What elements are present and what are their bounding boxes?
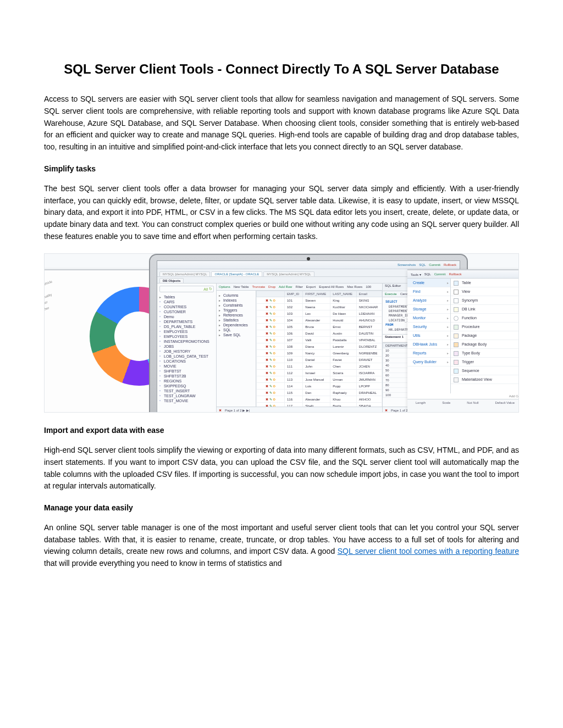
tree-item[interactable]: CARS [159,299,214,304]
tab-mysql-2[interactable]: MYSQL [demoAdmin] MYSQL [263,271,314,276]
meta-sql[interactable]: SQL [219,327,253,332]
table-row[interactable]: ✖ ✎ ⚙107ValliPataballaVPATABAL [257,337,382,343]
add-column-link[interactable]: Add Col [407,393,519,399]
table-row[interactable]: ✖ ✎ ⚙109NancyGreenbergNGREENBE [257,350,382,357]
meta-references[interactable]: References [219,313,253,318]
rollback-button[interactable]: Rollback [449,273,461,276]
table-row[interactable]: ✖ ✎ ⚙105BruceErnstBERNST [257,324,382,330]
tree-item[interactable]: DS_PLAN_TABLE [159,324,214,329]
screenshots-link[interactable]: Screenshots [398,263,416,266]
menu-analyze[interactable]: Analyze [407,296,450,305]
new-table-button[interactable]: New Table [234,285,249,288]
tree-item[interactable]: SKIPPEDSQ [159,384,214,388]
expand-rows-button[interactable]: Expand All Rows [319,285,344,288]
col-empid[interactable]: EMP_ID [285,291,303,297]
menu-query-builder[interactable]: Query Builder [407,358,450,366]
table-row[interactable]: ✖ ✎ ⚙103LexDe HaanLDEHAAN [257,310,382,317]
create-submenu[interactable]: Table View Synonym DB Link Function Proc… [451,279,519,393]
col-email[interactable]: Email [356,291,382,297]
meta-dependencies[interactable]: Dependencies [219,323,253,327]
commit-button[interactable]: Commit [434,273,446,276]
max-rows-value[interactable]: 100 [366,285,371,288]
tree-item[interactable]: Demo [159,314,214,319]
tree-item[interactable]: EMPLOYEES [159,334,214,339]
submenu-function[interactable]: Function [451,314,519,323]
submenu-materialized-view[interactable]: Materialized View [451,375,519,384]
delete-icon[interactable]: ✖ [385,408,388,412]
table-row[interactable]: ✖ ✎ ⚙104AlexanderHunoldAHUNOLD [257,317,382,324]
submenu-procedure[interactable]: Procedure [451,323,519,331]
object-tree[interactable]: All ↻ Tables CARS COUNTRIES CUSTOMER Dem… [157,284,217,413]
submenu-synonym[interactable]: Synonym [451,296,519,305]
submenu-table[interactable]: Table [451,279,519,287]
tools-dropdown[interactable]: Tools ▾ [411,273,421,276]
tree-item[interactable]: LOCATIONS [159,359,214,364]
execute-button[interactable]: Execute [385,292,397,296]
tree-item[interactable]: REGIONS [159,379,214,384]
submenu-package-body[interactable]: Package Body [451,340,519,349]
tree-item[interactable]: LOB_LONG_DATA_TEST [159,354,214,359]
sql-button[interactable]: SQL [424,273,431,276]
submenu-view[interactable]: View [451,287,519,296]
table-row[interactable]: ✖ ✎ ⚙113Jose ManuelUrmanJMURMAN [257,376,382,383]
table-row[interactable]: ✖ ✎ ⚙117ShelliBaidaSBAIDA [257,403,382,407]
tree-tables[interactable]: Tables [159,294,214,299]
truncate-button[interactable]: Truncate [252,285,265,288]
tab-oracle[interactable]: ORACLE [SamplA] - ORACLE [211,271,262,276]
menu-find[interactable]: Find [407,287,450,296]
data-grid[interactable]: EMP_ID FIRST_NAME LAST_NAME Email ✖ ✎ ⚙1… [256,291,382,407]
menu-monitor[interactable]: Monitor [407,314,450,323]
submenu-type-body[interactable]: Type Body [451,349,519,358]
table-row[interactable]: ✖ ✎ ⚙108DianaLorentzDLORENTZ [257,343,382,350]
commit-button[interactable]: Commit [429,263,440,266]
reporting-feature-link[interactable]: SQL server client tool comes with a repo… [338,547,519,555]
add-row-button[interactable]: Add Row [279,285,292,288]
col-first[interactable]: FIRST_NAME [303,291,330,297]
delete-icon[interactable]: ✖ [219,408,222,412]
menu-storage[interactable]: Storage [407,305,450,314]
tree-item[interactable]: COUNTRIES [159,304,214,309]
menu-security[interactable]: Security [407,323,450,331]
tree-item[interactable]: TEST_MOVIE [159,398,214,403]
filter-button[interactable]: Filter [295,285,302,288]
tree-item[interactable]: TEST_INSERT [159,388,214,393]
tree-search[interactable]: All ↻ [159,286,214,292]
submenu-dblink[interactable]: DB Link [451,305,519,314]
tab-mysql-1[interactable]: MYSQL [demoAdmin] MYSQL [159,271,210,276]
col-last[interactable]: LAST_NAME [330,291,357,297]
drop-button[interactable]: Drop [268,285,275,288]
table-row[interactable]: ✖ ✎ ⚙111JohnChenJCHEN [257,363,382,370]
meta-statistics[interactable]: Statistics [219,318,253,323]
tree-item[interactable]: SHFBTST2B [159,374,214,379]
meta-indexes[interactable]: Indexes [219,298,253,303]
table-row[interactable]: ✖ ✎ ⚙116AlexanderKhooAKHOO [257,396,382,403]
table-row[interactable]: ✖ ✎ ⚙115DenRaphaelyDRAPHEAL [257,390,382,396]
tree-item[interactable]: DEPARTMENTS [159,319,214,324]
meta-constraints[interactable]: Constraints [219,303,253,308]
options-button[interactable]: Options [219,285,230,288]
meta-columns[interactable]: Columns [219,293,253,298]
table-row[interactable]: ✖ ✎ ⚙112IsmaelSciarraISCIARRA [257,370,382,376]
tree-item[interactable]: JOBS [159,344,214,349]
rollback-button[interactable]: Rollback [444,263,456,266]
meta-save-sql[interactable]: Save SQL [219,332,253,337]
meta-triggers[interactable]: Triggers [219,308,253,313]
export-button[interactable]: Export [306,285,316,288]
sql-link[interactable]: SQL [419,263,426,266]
table-row[interactable]: ✖ ✎ ⚙114LuisPoppLPOPP [257,383,382,390]
menu-utils[interactable]: Utils [407,331,450,340]
tree-item[interactable]: INSTANCEPROMOTIONS [159,339,214,344]
submenu-package[interactable]: Package [451,331,519,340]
menu-create[interactable]: Create [407,279,450,287]
tree-item[interactable]: SHFBTST [159,369,214,374]
menu-reports[interactable]: Reports [407,349,450,358]
table-row[interactable]: ✖ ✎ ⚙106DavidAustinDAUSTIN [257,330,382,337]
table-row[interactable]: ✖ ✎ ⚙102NeenaKochharNKOCHHAR [257,304,382,310]
menu-dbhawk-jobs[interactable]: DBHawk Jobs [407,340,450,349]
tree-item[interactable]: CUSTOMER [159,309,214,314]
submenu-sequence[interactable]: Sequence [451,366,519,375]
tree-item[interactable]: EMPLOYEES [159,329,214,334]
tree-item[interactable]: TEST_LONGRAW [159,393,214,398]
tree-item[interactable]: MOVIE [159,364,214,369]
table-row[interactable]: ✖ ✎ ⚙110DanielFavietDFAVIET [257,357,382,363]
